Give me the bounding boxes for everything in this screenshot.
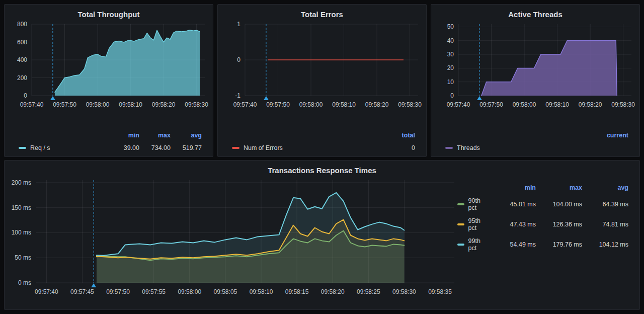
legend-value-min: 39.00 [108,144,139,151]
legend-header-current[interactable]: current [597,132,628,139]
legend-header-min[interactable]: min [494,184,536,191]
svg-text:09:58:30: 09:58:30 [392,288,416,295]
svg-text:30: 30 [447,51,454,58]
legend-row-num-of-errors: Num of Errors 0 [232,144,415,151]
svg-text:09:57:40: 09:57:40 [233,101,257,108]
svg-text:50: 50 [447,23,454,30]
legend-value-max: 179.76 ms [536,241,582,248]
throughput-chart: 020040060080009:57:4009:57:5009:58:0009:… [9,20,209,111]
errors-legend: total Num of Errors 0 [222,132,422,152]
svg-text:50 ms: 50 ms [15,254,31,261]
svg-text:0: 0 [450,92,454,99]
legend-header-avg[interactable]: avg [171,132,202,139]
dashboard: Total Throughput 020040060080009:57:4009… [0,0,644,314]
svg-text:09:58:10: 09:58:10 [545,101,569,108]
legend-series-90th-pct[interactable]: 90th pct [457,197,494,211]
legend-value-max: 734.00 [139,144,171,151]
legend-header-min[interactable]: min [108,132,139,139]
threads-chart: 0102030405009:57:4009:57:5009:58:0009:58… [435,20,635,111]
response-plot-svg: 0 ms50 ms100 ms150 ms200 ms09:57:4009:57… [9,176,457,300]
annotation-marker-icon [91,283,96,287]
panel-transactions-response-times: Transactions Response Times 0 ms50 ms100… [4,160,640,310]
svg-text:09:58:15: 09:58:15 [285,288,309,295]
panel-title-active-threads[interactable]: Active Threads [435,8,635,20]
svg-text:09:58:20: 09:58:20 [365,101,389,108]
legend-value-avg: 64.39 ms [582,201,628,208]
legend-row-req-s: Req / s 39.00 734.00 519.77 [19,144,202,151]
panel-total-errors: Total Errors 10-109:57:4009:57:5009:58:0… [217,4,427,157]
svg-text:09:57:55: 09:57:55 [142,288,166,295]
legend-series-label: 95th pct [468,217,489,231]
legend-value-total: 0 [384,144,415,151]
legend-header-max[interactable]: max [536,184,582,191]
errors-chart: 10-109:57:4009:57:5009:58:0009:58:1009:5… [222,20,422,111]
legend-header-max[interactable]: max [139,132,171,139]
svg-text:09:57:40: 09:57:40 [35,288,58,295]
series-color-swatch [232,147,239,149]
svg-text:800: 800 [17,21,27,28]
svg-text:150 ms: 150 ms [12,204,31,211]
legend-value-max: 126.36 ms [536,221,582,228]
threads-plot-svg: 0102030405009:57:4009:57:5009:58:0009:58… [435,20,635,111]
svg-text:0: 0 [24,92,27,99]
svg-text:0: 0 [237,56,240,63]
svg-text:600: 600 [17,39,27,46]
svg-text:200: 200 [17,74,27,82]
svg-text:100 ms: 100 ms [12,229,31,236]
svg-text:09:58:00: 09:58:00 [178,288,201,295]
svg-text:10: 10 [447,78,454,86]
legend-value-avg: 519.77 [171,144,202,151]
svg-text:09:57:50: 09:57:50 [266,101,290,108]
legend-series-label: 90th pct [468,197,489,211]
svg-text:200 ms: 200 ms [12,179,31,186]
legend-series-label: Req / s [30,144,50,151]
svg-text:09:58:00: 09:58:00 [86,101,110,108]
legend-series-req-s[interactable]: Req / s [19,144,108,151]
legend-series-95th-pct[interactable]: 95th pct [457,217,494,231]
legend-series-99th-pct[interactable]: 99th pct [457,238,494,252]
svg-text:1: 1 [237,21,240,28]
svg-text:09:58:30: 09:58:30 [611,101,635,108]
legend-series-threads[interactable]: Threads [445,144,597,151]
panel-total-throughput: Total Throughput 020040060080009:57:4009… [4,4,213,157]
threads-legend: current Threads [435,132,635,152]
svg-text:09:58:00: 09:58:00 [299,101,323,108]
svg-text:09:58:10: 09:58:10 [250,288,273,295]
legend-series-num-of-errors[interactable]: Num of Errors [232,144,384,151]
annotation-marker-icon [477,96,482,100]
panel-title-transactions-response-times[interactable]: Transactions Response Times [9,164,635,176]
throughput-legend: min max avg Req / s 39.00 734.00 519.77 [9,132,209,152]
series-color-swatch [457,244,464,246]
panel-title-total-errors[interactable]: Total Errors [222,8,422,20]
svg-text:09:57:50: 09:57:50 [106,288,130,295]
svg-text:09:58:00: 09:58:00 [513,101,536,108]
legend-value-min: 45.01 ms [494,201,536,208]
svg-text:09:57:45: 09:57:45 [70,288,94,295]
panel-active-threads: Active Threads 0102030405009:57:4009:57:… [431,4,640,157]
svg-text:09:58:20: 09:58:20 [321,288,345,295]
svg-text:09:58:05: 09:58:05 [214,288,237,295]
panel-title-total-throughput[interactable]: Total Throughput [9,8,209,20]
series-color-swatch [445,147,453,149]
svg-text:09:57:40: 09:57:40 [20,101,44,108]
annotation-marker-icon [50,96,55,100]
svg-text:09:58:20: 09:58:20 [579,101,602,108]
svg-text:-1: -1 [235,92,240,99]
svg-text:09:57:50: 09:57:50 [479,101,503,108]
response-legend: min max avg 90th pct 45.01 ms 104.00 ms … [457,184,628,305]
legend-header-total[interactable]: total [384,132,415,139]
legend-header-avg[interactable]: avg [582,184,628,191]
legend-value-min: 47.43 ms [494,221,536,228]
svg-text:09:58:25: 09:58:25 [357,288,380,295]
legend-value-max: 104.00 ms [536,201,582,208]
legend-series-label: Threads [457,144,480,151]
svg-text:09:58:30: 09:58:30 [398,101,422,108]
svg-text:09:58:30: 09:58:30 [185,101,208,108]
series-color-swatch [19,147,26,149]
threads-legend-headers: current [445,132,628,139]
axis-tick-labels: 10-109:57:4009:57:5009:58:0009:58:1009:5… [233,21,422,108]
series-fill [97,193,405,283]
response-body: 0 ms50 ms100 ms150 ms200 ms09:57:4009:57… [9,176,635,305]
series-color-swatch [457,203,464,205]
throughput-plot-svg: 020040060080009:57:4009:57:5009:58:0009:… [9,20,209,111]
